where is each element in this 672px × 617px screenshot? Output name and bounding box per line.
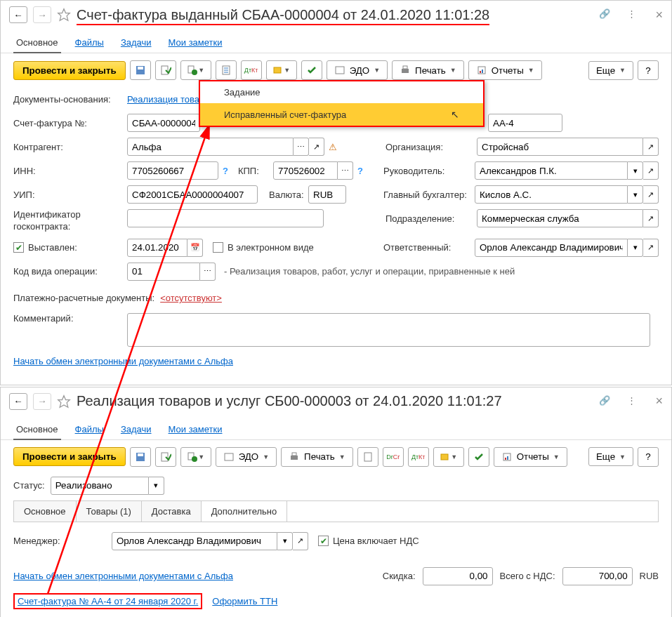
op-code-input[interactable] [127,263,200,281]
open-button[interactable]: ↗ [293,532,308,550]
help-button[interactable]: ? [638,60,659,80]
more-icon[interactable]: ⋮ [627,8,640,21]
invoice-link[interactable]: Счет-фактура № АА-4 от 24 января 2020 г. [18,596,198,606]
create-based-button[interactable]: ▼ [180,447,211,467]
org-input[interactable] [477,138,643,156]
save-button[interactable] [130,447,151,467]
drop-button[interactable]: ▾ [628,239,643,257]
invoice-no-input[interactable] [127,114,200,132]
print-button[interactable]: Печать▼ [392,60,464,80]
comment-input[interactable] [127,313,650,347]
post-close-button[interactable]: Провести и закрыть [13,447,126,466]
tab-files[interactable]: Файлы [72,33,107,53]
doc-icon-button[interactable] [357,447,378,467]
exchange-link[interactable]: Начать обмен электронными документами с … [13,571,233,581]
pane-delivery[interactable]: Доставка [142,501,202,522]
back-button[interactable]: ← [9,393,27,410]
tab-tasks[interactable]: Задачи [118,33,154,53]
dtkt-button[interactable]: ДтКт [241,60,262,80]
open-button[interactable]: ↗ [643,209,659,227]
edo-button[interactable]: ЭДО▼ [327,60,388,80]
dots-button[interactable]: ⋯ [200,263,216,281]
calendar-button[interactable]: 📅 [187,239,203,257]
open-button[interactable]: ↗ [643,239,659,257]
dropdown-item-task[interactable]: Задание [200,81,483,103]
tab-tasks[interactable]: Задачи [118,420,154,439]
dtkt-button[interactable]: ДтКт [408,447,429,467]
check-button[interactable] [468,447,489,467]
create-based-button[interactable]: ▼ [180,60,211,80]
post-close-button[interactable]: Провести и закрыть [13,61,126,80]
issued-date-input[interactable] [127,239,187,257]
pane-goods[interactable]: Товары (1) [77,501,142,522]
status-input[interactable] [51,477,149,495]
discount-input[interactable] [423,567,493,585]
tab-files[interactable]: Файлы [72,420,107,439]
inn-input[interactable] [127,161,218,180]
dots-button[interactable]: ⋯ [338,161,353,180]
post-button[interactable] [155,447,176,467]
open-button[interactable]: ↗ [643,138,659,156]
counterparty-input[interactable] [127,138,294,156]
electronic-checkbox[interactable] [213,242,223,253]
close-icon[interactable]: × [655,394,663,409]
drop-button[interactable]: ▾ [628,185,643,204]
uip-input[interactable] [127,185,258,204]
help-button[interactable]: ? [638,447,659,467]
edo-button[interactable]: ЭДО▼ [216,447,277,467]
open-button[interactable]: ↗ [643,161,659,180]
currency-input[interactable] [308,185,346,204]
close-icon[interactable]: × [655,8,663,22]
back-button[interactable]: ← [9,6,27,23]
dropdown-item-corrected-invoice[interactable]: Исправленный счет-фактура ↖ [200,103,483,126]
link-icon[interactable]: 🔗 [599,8,612,21]
basis-link[interactable]: Реализация товар [127,94,204,105]
alt-no-input[interactable] [488,114,562,132]
kpp-input[interactable] [273,161,338,180]
drop-button[interactable]: ▾ [149,477,164,495]
help-icon[interactable]: ? [357,166,363,176]
responsible-input[interactable] [475,239,628,257]
drop-button[interactable]: ▾ [628,161,643,180]
link-icon[interactable]: 🔗 [599,395,612,408]
contract-id-input[interactable] [127,209,324,227]
reports-button[interactable]: Отчеты▼ [468,60,542,80]
dots-button[interactable]: ⋯ [294,138,309,156]
doc-icon-button[interactable] [216,60,237,80]
print-button[interactable]: Печать▼ [281,447,353,467]
forward-button[interactable]: → [33,393,51,410]
help-icon[interactable]: ? [223,166,228,176]
star-icon[interactable] [57,394,71,409]
accountant-input[interactable] [475,185,628,204]
drop-button[interactable]: ▾ [277,532,293,550]
tab-notes[interactable]: Мои заметки [166,33,225,53]
payment-docs-link[interactable]: <отсутствуют> [160,293,222,303]
manager-input[interactable] [112,532,277,550]
forward-button[interactable]: → [33,6,51,23]
save-button[interactable] [130,60,151,80]
open-button[interactable]: ↗ [309,138,324,156]
price-vat-checkbox[interactable] [318,536,329,546]
total-input[interactable] [562,567,633,585]
open-button[interactable]: ↗ [643,185,659,204]
tab-main[interactable]: Основное [13,33,61,53]
post-button[interactable] [155,60,176,80]
star-icon[interactable] [57,8,71,22]
pane-main[interactable]: Основное [14,501,77,522]
attach-button[interactable]: ▼ [266,60,297,80]
more-button[interactable]: Еще▼ [588,447,633,466]
head-input[interactable] [475,161,628,180]
attach-button[interactable]: ▼ [433,447,464,467]
tab-notes[interactable]: Мои заметки [166,420,225,439]
check-button[interactable] [301,60,322,80]
more-button[interactable]: Еще▼ [588,61,633,80]
ttn-link[interactable]: Оформить ТТН [212,596,277,606]
tab-main[interactable]: Основное [13,420,61,440]
reports-button[interactable]: Отчеты▼ [494,447,567,467]
pane-extra[interactable]: Дополнительно [202,501,288,522]
exchange-link[interactable]: Начать обмен электронными документами с … [13,356,233,366]
more-icon[interactable]: ⋮ [627,395,640,408]
issued-checkbox[interactable] [13,242,24,253]
dept-input[interactable] [477,209,643,227]
drcr-button[interactable]: DrCr [383,447,404,467]
